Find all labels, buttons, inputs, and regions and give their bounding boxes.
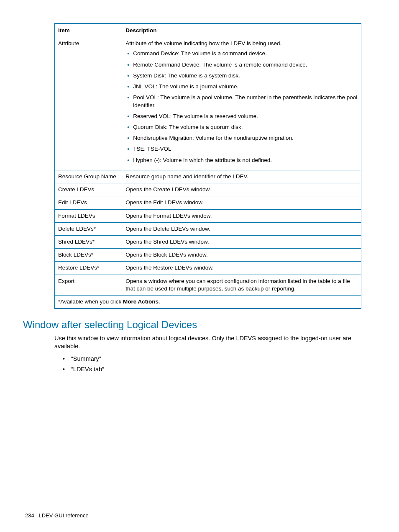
description-cell: Opens the Delete LDEVs window. [122, 222, 361, 235]
table-row: Attribute Attribute of the volume indica… [55, 37, 361, 170]
item-cell: Format LDEVs [55, 209, 122, 222]
list-item: Nondisruptive Migration: Volume for the … [125, 134, 358, 142]
page-footer: 234 LDEV GUI reference [25, 512, 89, 519]
item-cell: Attribute [55, 37, 122, 170]
table-row: Create LDEVs Opens the Create LDEVs wind… [55, 183, 361, 196]
attribute-bullet-list: Command Device: The volume is a command … [125, 50, 358, 164]
description-cell: Opens the Shred LDEVs window. [122, 235, 361, 248]
section-intro: Use this window to view information abou… [54, 334, 361, 351]
description-cell: Opens the Block LDEVs window. [122, 249, 361, 262]
footnote-prefix: *Available when you click [58, 298, 123, 305]
footnote-bold: More Actions [123, 298, 159, 305]
footnote-suffix: . [159, 298, 160, 305]
description-cell: Opens the Format LDEVs window. [122, 209, 361, 222]
attribute-intro: Attribute of the volume indicating how t… [125, 40, 358, 47]
item-cell: Restore LDEVs* [55, 262, 122, 275]
list-item: System Disk: The volume is a system disk… [125, 72, 358, 80]
link-ldevs-tab[interactable]: “LDEVs tab” [61, 365, 361, 374]
list-item: Hyphen (-): Volume in which the attribut… [125, 157, 358, 164]
description-cell: Attribute of the volume indicating how t… [122, 37, 361, 170]
description-cell: Opens the Restore LDEVs window. [122, 262, 361, 275]
item-cell: Export [55, 275, 122, 295]
table-row: Restore LDEVs* Opens the Restore LDEVs w… [55, 262, 361, 275]
item-cell: Delete LDEVs* [55, 222, 122, 235]
reference-table: Item Description Attribute Attribute of … [54, 23, 361, 309]
table-row: Shred LDEVs* Opens the Shred LDEVs windo… [55, 235, 361, 248]
list-item: Command Device: The volume is a command … [125, 50, 358, 57]
list-item: Quorum Disk: The volume is a quorum disk… [125, 123, 358, 131]
item-cell: Block LDEVs* [55, 249, 122, 262]
section-links: “Summary” “LDEVs tab” [61, 355, 361, 374]
item-cell: Resource Group Name [55, 170, 122, 183]
item-cell: Shred LDEVs* [55, 235, 122, 248]
table-row: Export Opens a window where you can expo… [55, 275, 361, 295]
item-cell: Edit LDEVs [55, 196, 122, 209]
table-row: Edit LDEVs Opens the Edit LDEVs window. [55, 196, 361, 209]
page-number: 234 [25, 512, 34, 519]
description-cell: Opens a window where you can export conf… [122, 275, 361, 295]
col-header-description: Description [122, 24, 361, 37]
table-row: Resource Group Name Resource group name … [55, 170, 361, 183]
footnote-cell: *Available when you click More Actions. [55, 296, 361, 309]
list-item: Pool VOL: The volume is a pool volume. T… [125, 94, 358, 109]
col-header-item: Item [55, 24, 122, 37]
list-item: Remote Command Device: The volume is a r… [125, 61, 358, 69]
link-summary[interactable]: “Summary” [61, 355, 361, 363]
description-cell: Opens the Create LDEVs window. [122, 183, 361, 196]
description-cell: Resource group name and identifier of th… [122, 170, 361, 183]
list-item: TSE: TSE-VOL [125, 145, 358, 153]
table-row: Block LDEVs* Opens the Block LDEVs windo… [55, 249, 361, 262]
list-item: JNL VOL: The volume is a journal volume. [125, 83, 358, 90]
item-cell: Create LDEVs [55, 183, 122, 196]
table-row: Format LDEVs Opens the Format LDEVs wind… [55, 209, 361, 222]
table-footnote-row: *Available when you click More Actions. [55, 296, 361, 309]
description-cell: Opens the Edit LDEVs window. [122, 196, 361, 209]
list-item: Reserved VOL: The volume is a reserved v… [125, 113, 358, 120]
footer-title: LDEV GUI reference [39, 512, 89, 519]
table-row: Delete LDEVs* Opens the Delete LDEVs win… [55, 222, 361, 235]
section-heading: Window after selecting Logical Devices [23, 318, 361, 332]
